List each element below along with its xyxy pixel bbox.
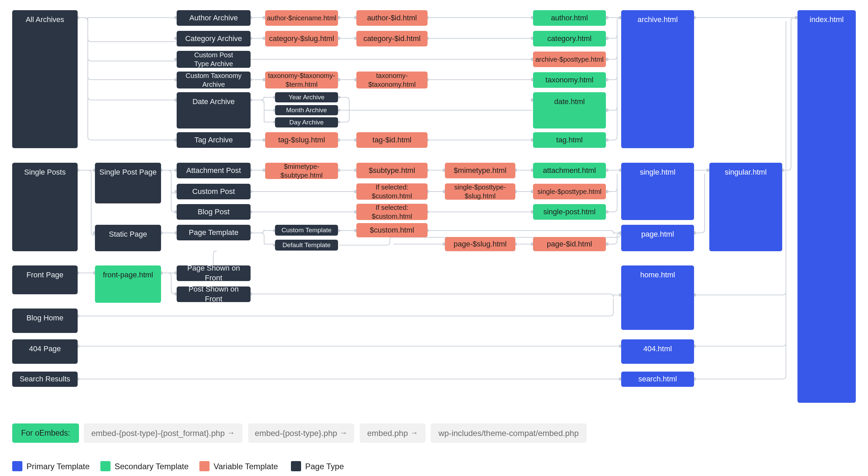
- author-html: author.html: [533, 10, 606, 26]
- custom-html: $custom.html: [356, 223, 428, 237]
- tag-html: tag.html: [533, 132, 606, 148]
- page-slug-html: page-$slug.html: [445, 237, 515, 251]
- month-archive: Month Archive: [275, 105, 338, 115]
- category-id-html: category-$id.html: [356, 31, 428, 46]
- page-id-html: page-$id.html: [533, 237, 606, 251]
- blog-home: Blog Home: [12, 309, 78, 333]
- single-post-page: Single Post Page: [95, 163, 161, 203]
- embed-text-1: embed-{post-type}-{post_format}.php: [91, 428, 225, 438]
- taxonomy-html: taxonomy.html: [533, 72, 606, 88]
- tag-archive: Tag Archive: [177, 132, 251, 148]
- home-html: home.html: [621, 265, 694, 330]
- legend-primary-label: Primary Template: [26, 462, 90, 471]
- custom-taxonomy-archive: Custom Taxonomy Archive: [177, 72, 251, 88]
- page-template: Page Template: [177, 225, 251, 240]
- if-selected-custom-1: If selected: $custom.html: [356, 183, 428, 200]
- custom-template: Custom Template: [275, 225, 338, 236]
- index-html: index.html: [797, 10, 856, 403]
- embed-theme-compat: wp-includes/theme-compat/embed.php: [431, 423, 587, 443]
- single-posttype-slug-html: single-$posttype- $slug.html: [445, 183, 515, 200]
- attachment-html: attachment.html: [533, 163, 606, 178]
- day-archive: Day Archive: [275, 117, 338, 127]
- search-html: search.html: [621, 372, 694, 387]
- custom-post-type-archive: Custom Post Type Archive: [177, 51, 251, 68]
- subtype-html: $subtype.html: [356, 163, 428, 178]
- embed-posttype: embed-{post-type}.php→: [248, 423, 354, 443]
- date-html: date.html: [533, 92, 606, 128]
- legend-primary-swatch: [12, 461, 22, 471]
- category-archive: Category Archive: [177, 31, 251, 46]
- legend-variable-swatch: [199, 461, 210, 471]
- 404-html: 404.html: [621, 339, 694, 364]
- author-archive: Author Archive: [177, 10, 251, 26]
- search-results: Search Results: [12, 372, 78, 387]
- year-archive: Year Archive: [275, 92, 338, 102]
- legend-secondary-label: Secondary Template: [115, 462, 189, 471]
- page-shown-on-front: Page Shown on Front: [177, 265, 251, 281]
- date-archive: Date Archive: [177, 92, 251, 128]
- legend-secondary-swatch: [100, 461, 111, 471]
- page-html: page.html: [621, 225, 694, 251]
- singular-html: singular.html: [709, 163, 782, 251]
- taxonomy-taxonomy-html: taxonomy- $taxonomy.html: [356, 72, 428, 88]
- static-page: Static Page: [95, 225, 161, 251]
- legend-variable-label: Variable Template: [214, 462, 278, 471]
- if-selected-custom-2: If selected: $custom.html: [356, 204, 428, 220]
- 404-page: 404 Page: [12, 339, 78, 364]
- arrow-icon: →: [411, 428, 418, 438]
- svg-point-27: [338, 96, 340, 99]
- mimetype-subtype-html: $mimetype- $subtype.html: [265, 163, 338, 179]
- tag-slug-html: tag-$slug.html: [265, 132, 338, 148]
- author-id-html: author-$id.html: [356, 10, 428, 26]
- svg-point-29: [338, 121, 340, 123]
- custom-post: Custom Post: [177, 184, 251, 199]
- archive-html: archive.html: [621, 10, 694, 148]
- author-nicename-html: author-$nicename.html: [265, 10, 338, 26]
- single-html: single.html: [621, 163, 694, 220]
- default-template: Default Template: [275, 240, 338, 251]
- oembeds-label: For oEmbeds:: [12, 423, 79, 443]
- attachment-post: Attachment Post: [177, 163, 251, 178]
- embed-text-3: embed.php: [367, 428, 408, 438]
- embed-php: embed.php→: [360, 423, 426, 443]
- single-posts: Single Posts: [12, 163, 78, 251]
- tag-id-html: tag-$id.html: [356, 132, 428, 148]
- category-slug-html: category-$slug.html: [265, 31, 338, 46]
- embed-text-2: embed-{post-type}.php: [255, 428, 337, 438]
- single-post-html: single-post.html: [533, 204, 606, 220]
- arrow-icon: →: [228, 428, 235, 438]
- arrow-icon: →: [340, 428, 347, 438]
- blog-post: Blog Post: [177, 204, 251, 220]
- svg-point-28: [338, 109, 340, 112]
- category-html: category.html: [533, 31, 606, 46]
- single-posttype-html: single-$posttype.html: [533, 184, 606, 199]
- legend-pagetype-label: Page Type: [305, 462, 344, 471]
- archive-posttype-html: archive-$posttype.html: [533, 52, 606, 67]
- legend-pagetype-swatch: [291, 461, 301, 471]
- all-archives: All Archives: [12, 10, 78, 148]
- taxonomy-term-html: taxonomy-$taxonomy- $term.html: [265, 72, 338, 88]
- front-page: Front Page: [12, 265, 78, 294]
- front-page-html: front-page.html: [95, 265, 161, 303]
- svg-point-89: [338, 229, 340, 232]
- post-shown-on-front: Post Shown on Front: [177, 286, 251, 302]
- embed-posttype-postformat: embed-{post-type}-{post_format}.php→: [84, 423, 242, 443]
- mimetype-html: $mimetype.html: [445, 163, 515, 178]
